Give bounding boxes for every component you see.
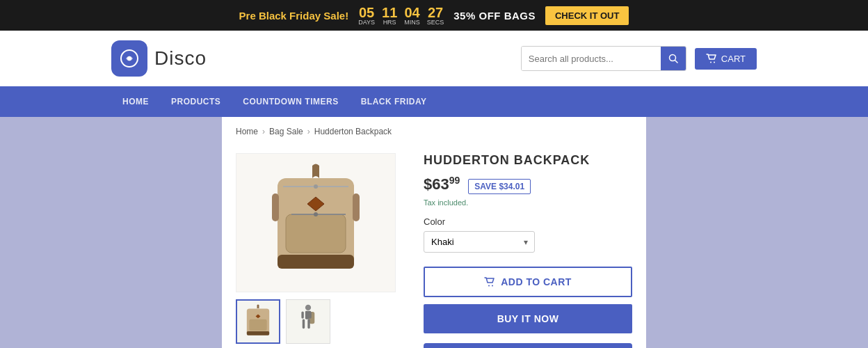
svg-rect-23 bbox=[301, 311, 303, 318]
banner-days-num: 05 bbox=[359, 6, 374, 19]
nav-item-home[interactable]: HOME bbox=[111, 86, 160, 117]
breadcrumb-home[interactable]: Home bbox=[236, 127, 258, 136]
breadcrumb-bag-sale[interactable]: Bag Sale bbox=[269, 127, 303, 136]
svg-rect-17 bbox=[247, 331, 269, 335]
banner-seconds-block: 27 Secs bbox=[427, 6, 444, 26]
breadcrumb-sep1: › bbox=[262, 127, 265, 136]
logo-link[interactable]: Disco bbox=[111, 40, 207, 77]
price-row: $6399 SAVE $34.01 bbox=[424, 175, 632, 194]
banner-seconds-num: 27 bbox=[428, 6, 443, 19]
product-thumbnails bbox=[236, 299, 396, 344]
svg-point-13 bbox=[314, 184, 318, 189]
banner-sale-text: Pre Black Friday Sale! bbox=[239, 10, 349, 22]
thumbnail-2[interactable] bbox=[286, 299, 330, 344]
add-to-cart-button[interactable]: ADD TO CART bbox=[424, 267, 632, 297]
cart-label: CART bbox=[721, 54, 746, 64]
tax-text: Tax included. bbox=[424, 198, 632, 207]
top-banner: Pre Black Friday Sale! 05 Days 11 Hrs 04… bbox=[0, 0, 868, 31]
banner-discount-text: 35% OFF BAGS bbox=[453, 10, 536, 22]
svg-point-10 bbox=[314, 212, 318, 216]
nav-item-countdown[interactable]: COUNTDOWN TIMERS bbox=[232, 86, 349, 117]
svg-point-4 bbox=[710, 62, 712, 63]
banner-minutes-label: Mins bbox=[404, 19, 420, 26]
thumbnail-1[interactable] bbox=[236, 299, 280, 344]
svg-rect-25 bbox=[303, 319, 305, 329]
svg-rect-7 bbox=[278, 255, 354, 269]
price-whole: 63 bbox=[432, 175, 449, 193]
banner-days-block: 05 Days bbox=[358, 6, 375, 26]
header: Disco CART bbox=[0, 31, 868, 86]
sale-timer-box: HURRY UP! SALE ENDS IN 05 Days 11 Hours … bbox=[424, 343, 632, 348]
banner-days-label: Days bbox=[358, 19, 375, 26]
logo-text: Disco bbox=[154, 47, 207, 70]
banner-minutes-block: 04 Mins bbox=[404, 6, 420, 26]
search-icon bbox=[668, 54, 678, 63]
svg-point-1 bbox=[127, 56, 131, 61]
svg-point-27 bbox=[488, 285, 490, 287]
svg-line-3 bbox=[675, 61, 677, 63]
product-price: $6399 bbox=[424, 175, 460, 193]
product-info: HUDDERTON BACKPACK $6399 SAVE $34.01 Tax… bbox=[424, 153, 632, 348]
svg-rect-8 bbox=[286, 214, 346, 253]
product-title: HUDDERTON BACKPACK bbox=[424, 153, 632, 168]
main-nav: HOME PRODUCTS COUNTDOWN TIMERS BLACK FRI… bbox=[0, 86, 868, 117]
price-decimal: 99 bbox=[449, 175, 460, 186]
breadcrumb-sep2: › bbox=[307, 127, 310, 136]
cart-button[interactable]: CART bbox=[695, 48, 757, 70]
banner-hours-label: Hrs bbox=[383, 19, 396, 26]
svg-point-20 bbox=[305, 304, 311, 310]
svg-point-28 bbox=[492, 285, 493, 287]
cart-icon bbox=[706, 54, 717, 63]
nav-item-products[interactable]: PRODUCTS bbox=[160, 86, 232, 117]
product-image-area bbox=[236, 153, 396, 348]
product-section: HUDDERTON BACKPACK $6399 SAVE $34.01 Tax… bbox=[222, 146, 646, 348]
add-to-cart-label: ADD TO CART bbox=[501, 276, 572, 287]
save-badge: SAVE $34.01 bbox=[468, 179, 531, 194]
svg-rect-14 bbox=[272, 193, 279, 221]
svg-rect-26 bbox=[307, 319, 310, 329]
banner-hours-num: 11 bbox=[382, 6, 397, 19]
search-bar bbox=[521, 46, 686, 71]
nav-item-blackfriday[interactable]: BLACK FRIDAY bbox=[350, 86, 438, 117]
color-select[interactable]: Khaki bbox=[424, 231, 535, 253]
price-dollar-sign: $ bbox=[424, 175, 432, 193]
svg-rect-15 bbox=[353, 193, 360, 221]
breadcrumb: Home › Bag Sale › Hudderton Backpack bbox=[222, 117, 646, 146]
main-content: Home › Bag Sale › Hudderton Backpack bbox=[222, 117, 646, 348]
banner-minutes-num: 04 bbox=[404, 6, 419, 19]
backpack-image bbox=[257, 159, 375, 287]
breadcrumb-current: Hudderton Backpack bbox=[314, 127, 392, 136]
color-label: Color bbox=[424, 216, 632, 227]
svg-rect-24 bbox=[309, 311, 311, 318]
logo-icon bbox=[111, 40, 147, 77]
buy-now-button[interactable]: BUY IT NOW bbox=[424, 304, 632, 333]
banner-seconds-label: Secs bbox=[427, 19, 444, 26]
search-button[interactable] bbox=[661, 46, 686, 71]
banner-hours-block: 11 Hrs bbox=[382, 6, 397, 26]
banner-cta-button[interactable]: CHECK IT OUT bbox=[545, 6, 629, 25]
svg-rect-18 bbox=[249, 319, 266, 330]
banner-countdown: 05 Days 11 Hrs 04 Mins 27 Secs bbox=[358, 6, 444, 26]
color-select-wrapper: Khaki ▾ bbox=[424, 231, 535, 253]
svg-point-5 bbox=[714, 62, 715, 63]
header-right: CART bbox=[521, 46, 757, 71]
product-main-image bbox=[236, 153, 396, 292]
search-input[interactable] bbox=[522, 47, 661, 70]
cart-icon-btn bbox=[484, 277, 495, 287]
